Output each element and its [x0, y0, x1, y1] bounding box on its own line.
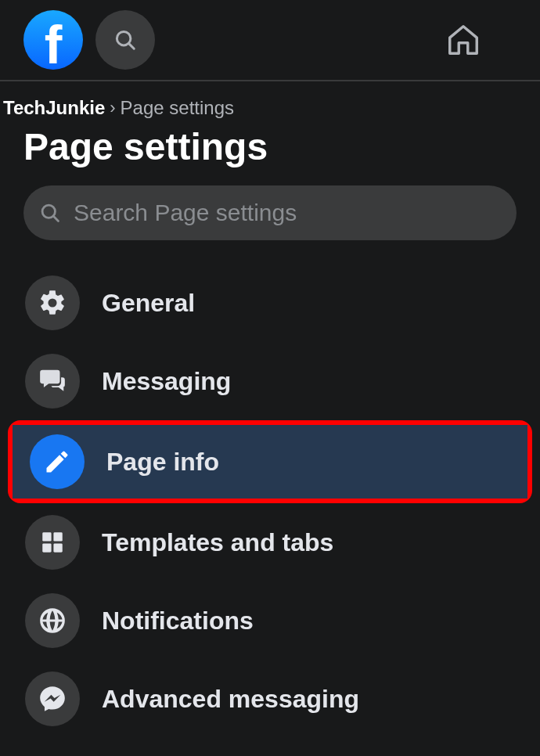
- menu-item-label: Templates and tabs: [102, 528, 333, 557]
- breadcrumb-current: Page settings: [121, 97, 234, 119]
- global-search-button[interactable]: [95, 10, 155, 70]
- menu-item-advanced-messaging[interactable]: Advanced messaging: [0, 660, 540, 738]
- menu-item-messaging[interactable]: Messaging: [0, 342, 540, 420]
- search-input[interactable]: [74, 200, 501, 226]
- globe-icon: [25, 593, 80, 648]
- home-button[interactable]: [445, 22, 481, 58]
- messaging-icon: [25, 354, 80, 409]
- grid-icon: [25, 515, 80, 570]
- svg-rect-4: [42, 532, 51, 541]
- svg-rect-5: [53, 532, 62, 541]
- menu-item-label: Advanced messaging: [102, 685, 359, 714]
- search-icon: [39, 202, 61, 224]
- menu-item-templates-tabs[interactable]: Templates and tabs: [0, 503, 540, 581]
- search-icon: [113, 28, 137, 52]
- breadcrumb-root[interactable]: TechJunkie: [3, 97, 105, 119]
- top-bar: f: [0, 0, 540, 81]
- settings-search[interactable]: [23, 185, 517, 240]
- menu-item-notifications[interactable]: Notifications: [0, 581, 540, 660]
- breadcrumb: TechJunkie › Page settings: [0, 81, 540, 122]
- menu-item-label: Notifications: [102, 607, 254, 635]
- home-icon: [445, 22, 481, 58]
- pencil-icon: [30, 434, 85, 489]
- gear-icon: [25, 275, 80, 330]
- facebook-f-glyph: f: [45, 18, 63, 71]
- menu-item-label: General: [102, 289, 195, 318]
- page-title: Page settings: [0, 122, 540, 185]
- chevron-right-icon: ›: [110, 98, 115, 118]
- svg-rect-7: [53, 543, 62, 552]
- svg-line-1: [128, 43, 134, 49]
- highlight-annotation: Page info: [8, 420, 532, 503]
- menu-item-page-info[interactable]: Page info: [13, 425, 527, 499]
- svg-rect-6: [42, 543, 51, 552]
- menu-item-label: Page info: [106, 448, 219, 477]
- menu-item-general[interactable]: General: [0, 264, 540, 342]
- menu-item-label: Messaging: [102, 367, 231, 396]
- facebook-logo[interactable]: f: [23, 10, 83, 70]
- messenger-icon: [25, 671, 80, 726]
- svg-line-3: [53, 216, 58, 221]
